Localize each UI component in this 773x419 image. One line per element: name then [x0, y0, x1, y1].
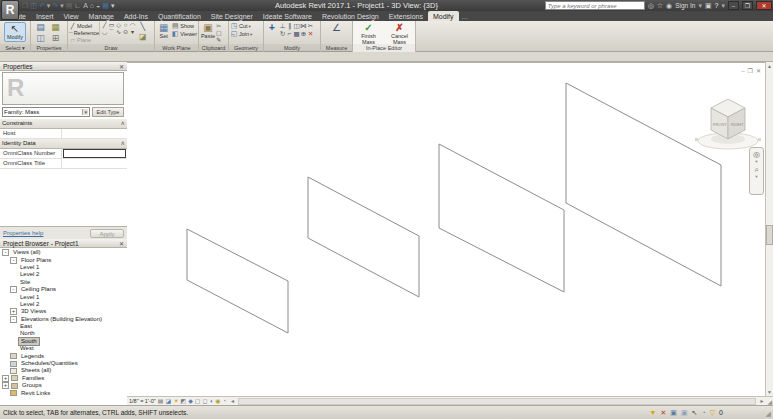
editing-requests-icon[interactable]: ✕	[660, 408, 666, 417]
mirror-icon[interactable]: ◫	[293, 22, 300, 30]
cancel-mass-button[interactable]: ✗ Cancel Mass	[386, 22, 414, 44]
scale-button[interactable]: 1/8" = 1'-0"	[129, 398, 156, 404]
help-dropdown-icon[interactable]: ▾	[721, 2, 725, 10]
property-section-constraints[interactable]: Constraints∧	[0, 119, 127, 129]
panel-label-select[interactable]: Select ▾	[0, 44, 30, 52]
tab-extensions[interactable]: Extensions	[384, 11, 428, 21]
mirror-axis-icon[interactable]: ⋈	[300, 22, 307, 30]
browser-item-floor-plans[interactable]: -Floor Plans	[0, 256, 127, 263]
properties-help-link[interactable]: Properties help	[3, 230, 43, 236]
property-section-identity-data[interactable]: Identity Data∧	[0, 139, 127, 149]
background-process-icon[interactable]: ◔	[701, 408, 705, 417]
3d-view-icon[interactable]: ⌂	[90, 1, 94, 10]
zoom-dropdown-icon[interactable]: ▾	[755, 175, 757, 179]
show-crop-icon[interactable]: ◻	[203, 397, 208, 405]
reveal-hidden-icon[interactable]: ◉	[215, 397, 220, 405]
zoom-icon[interactable]: ⌕	[754, 165, 758, 174]
tab-quantification[interactable]: Quantification	[153, 11, 206, 21]
pick-lines-icon[interactable]: ╲	[139, 22, 147, 32]
browser-item-revit-links[interactable]: Revit Links	[0, 389, 127, 396]
arc-tool-icon[interactable]: ◠	[129, 22, 136, 29]
shadows-icon[interactable]: ◩	[181, 397, 187, 405]
qat-customize-icon[interactable]: ▾	[111, 1, 115, 10]
transfer-standards-icon[interactable]: ◫	[33, 33, 48, 44]
browser-item-level-2[interactable]: Level 2	[0, 301, 127, 308]
browser-item-level-1[interactable]: Level 1	[0, 264, 127, 271]
browser-item-level-1[interactable]: Level 1	[0, 293, 127, 300]
help-icon[interactable]: ?	[715, 2, 719, 10]
spline-tool-icon[interactable]: ∿	[115, 29, 122, 36]
project-browser-close-icon[interactable]: ✕	[119, 240, 124, 246]
work-plane-viewer-button[interactable]: ◧ Viewer	[171, 30, 197, 38]
show-work-plane-button[interactable]: ▤ Show	[171, 22, 197, 30]
cut-dropdown-icon[interactable]: ▾	[249, 24, 251, 29]
detail-level-icon[interactable]: ▤	[158, 397, 164, 405]
cut-to-clipboard-icon[interactable]: ✂	[216, 22, 222, 29]
family-types-icon[interactable]: ⊞	[48, 33, 63, 44]
ellipse-tool-icon[interactable]: ⊙	[122, 29, 129, 36]
panel-label-work-plane[interactable]: Work Plane	[155, 44, 198, 52]
browser-item-schedules-quantities[interactable]: Schedules/Quantities	[0, 360, 127, 367]
browser-item-east[interactable]: East	[0, 323, 127, 330]
selection-filter-icon[interactable]: ▽	[710, 408, 715, 417]
view-minimize-icon[interactable]: –	[741, 68, 744, 74]
view-restore-icon[interactable]: ❐	[748, 68, 753, 74]
panel-label-measure[interactable]: Measure	[321, 44, 352, 52]
help-search-input[interactable]	[545, 1, 645, 10]
polygon-tool-icon[interactable]: ◇	[115, 22, 122, 29]
draw-more-icon[interactable]: ▾	[129, 29, 136, 36]
copy-to-clipboard-icon[interactable]: ▢	[216, 29, 222, 36]
press-drag-icon[interactable]: ↖	[692, 408, 698, 417]
scroll-left-icon[interactable]: ◄	[228, 398, 237, 404]
trim-icon[interactable]: ⌐	[286, 30, 293, 38]
redo-dropdown-icon[interactable]: ▾	[60, 1, 64, 10]
text-icon[interactable]: A	[83, 1, 88, 10]
browser-item-site[interactable]: Site	[0, 279, 127, 286]
scroll-up-icon[interactable]: ▲	[766, 62, 773, 70]
property-value-field[interactable]	[62, 159, 127, 168]
mass-plane-1[interactable]	[187, 229, 288, 333]
browser-item-south[interactable]: South	[0, 338, 127, 345]
vertical-scroll-thumb[interactable]	[766, 225, 773, 245]
offset-icon[interactable]: ∥	[286, 22, 293, 30]
tangent-arc-tool-icon[interactable]: ⌒	[108, 29, 115, 36]
horizontal-scroll-track[interactable]	[238, 398, 756, 405]
project-browser-title-bar[interactable]: Project Browser - Project1 ✕	[0, 239, 127, 248]
redo-icon[interactable]: ↷	[52, 1, 58, 10]
vertical-scrollbar[interactable]: ▲ ▼	[765, 62, 773, 396]
measure-button[interactable]: ∠	[326, 22, 348, 34]
rectangle-tool-icon[interactable]: ▭	[108, 22, 115, 29]
save-icon[interactable]: ◫	[30, 1, 37, 10]
draw-model-row[interactable]: ╱ Model	[69, 22, 99, 29]
tab-revolution-design[interactable]: Revolution Design	[317, 11, 384, 21]
application-menu-button[interactable]: R	[1, 0, 19, 20]
tab-ideate-software[interactable]: Ideate Software	[258, 11, 317, 21]
browser-item-level-2[interactable]: Level 2	[0, 271, 127, 278]
type-preview[interactable]: R	[2, 72, 124, 105]
resize-grip-icon[interactable]: ◢	[766, 398, 773, 405]
panel-label-modify[interactable]: Modify	[264, 44, 320, 52]
type-selector-arrow-icon[interactable]: ▾	[82, 109, 88, 115]
sun-path-icon[interactable]: ☀	[173, 397, 178, 405]
open-icon[interactable]: ❐	[22, 1, 28, 10]
paste-button[interactable]: ▣ Paste	[200, 22, 216, 40]
set-work-plane-button[interactable]: ▦ Set	[156, 22, 171, 40]
panel-label-in-place-editor[interactable]: In-Place Editor	[353, 44, 415, 52]
undo-icon[interactable]: ↶	[39, 1, 45, 10]
panel-label-draw[interactable]: Draw	[68, 44, 154, 52]
drawing-area[interactable]: FRONT RIGHT – ❐ ✕ ◎ ▾ ⌕ ▾	[127, 62, 765, 396]
line-tool-icon[interactable]: ╱	[101, 22, 108, 29]
align-icon[interactable]: ⊥	[279, 22, 286, 30]
selection-count[interactable]: 0	[719, 408, 723, 417]
join-dropdown-icon[interactable]: ▾	[250, 32, 252, 37]
tab-insert[interactable]: Insert	[31, 11, 59, 21]
draw-reference-row[interactable]: ┄ Reference	[69, 29, 99, 36]
dimension-icon[interactable]: ∟	[74, 1, 81, 10]
split-icon[interactable]: ✂	[307, 22, 314, 30]
properties-title-bar[interactable]: Properties ✕	[0, 62, 127, 71]
collapse-icon[interactable]: -	[10, 257, 17, 264]
arc-center-tool-icon[interactable]: ◡	[101, 29, 108, 36]
delete-icon[interactable]: ✕	[307, 30, 314, 38]
modify-tool-button[interactable]: ↖ Modify	[4, 22, 26, 42]
panel-label-properties[interactable]: Properties	[31, 44, 67, 52]
